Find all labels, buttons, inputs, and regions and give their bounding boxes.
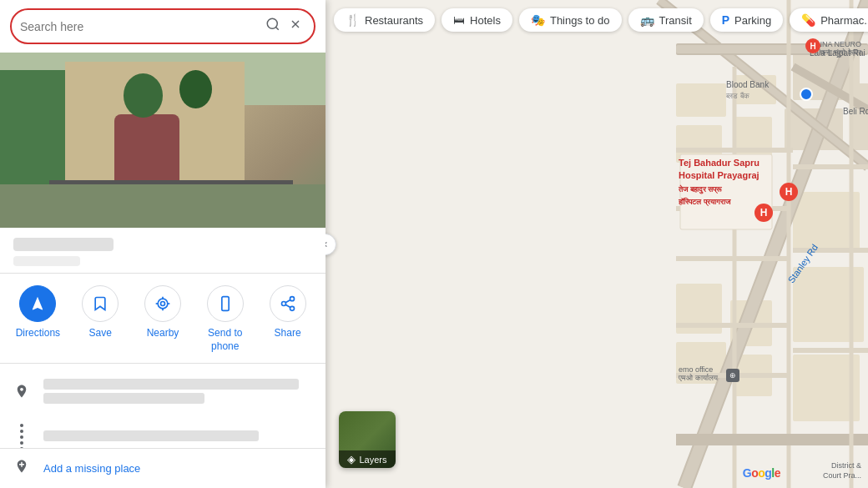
send-to-phone-label: Send to phone xyxy=(208,327,242,353)
map-panel[interactable]: Blood Bankब्लड बैंक Tej Bahadur SapruHos… xyxy=(326,0,868,488)
svg-point-5 xyxy=(158,299,168,309)
svg-rect-10 xyxy=(222,297,229,311)
street-view-image[interactable] xyxy=(0,53,326,228)
search-input[interactable] xyxy=(20,20,260,33)
map-bottom-right: District &Court Pra... xyxy=(823,460,861,481)
nearby-button[interactable]: Nearby xyxy=(138,285,188,340)
beli-rd-label: Beli Rd xyxy=(843,107,868,116)
address-text xyxy=(43,379,312,407)
hospital-marker-1: H xyxy=(780,183,798,201)
pharmacy-icon: 💊 xyxy=(801,13,815,27)
svg-line-16 xyxy=(285,299,290,302)
emo-office-label: emo officeएमओ कार्यालय xyxy=(679,365,718,383)
save-icon xyxy=(82,285,119,322)
address-bar-1 xyxy=(43,379,299,390)
share-icon xyxy=(270,285,306,322)
things-to-do-chip[interactable]: 🎭 Things to do xyxy=(519,8,622,32)
search-button[interactable] xyxy=(260,15,285,38)
emo-office-marker: ⊕ xyxy=(726,369,739,382)
share-button[interactable]: Share xyxy=(263,285,313,340)
hours-bar xyxy=(43,430,259,441)
transit-icon: 🚌 xyxy=(640,13,654,27)
nearby-icon xyxy=(144,285,181,322)
info-rows xyxy=(0,364,326,448)
things-to-do-icon: 🎭 xyxy=(531,13,545,27)
restaurants-chip[interactable]: 🍴 Restaurants xyxy=(334,8,435,32)
blood-bank-label: Blood Bankब्लड बैंक xyxy=(726,79,769,102)
restaurants-label: Restaurants xyxy=(365,14,423,27)
left-panel: Directions Save Nearby xyxy=(0,0,326,488)
hours-text xyxy=(43,430,312,445)
parking-icon: P xyxy=(722,13,729,27)
add-place-icon xyxy=(13,459,30,478)
hotels-chip[interactable]: 🛏 Hotels xyxy=(442,8,512,32)
svg-point-0 xyxy=(267,18,277,28)
filter-bar: 🍴 Restaurants 🛏 Hotels 🎭 Things to do 🚌 … xyxy=(334,8,860,32)
things-to-do-label: Things to do xyxy=(550,14,610,27)
transit-chip[interactable]: 🚌 Transit xyxy=(628,8,704,32)
layers-label: Layers xyxy=(359,455,386,465)
send-to-phone-button[interactable]: Send to phone xyxy=(200,285,250,353)
restaurants-icon: 🍴 xyxy=(346,13,360,27)
hotels-icon: 🛏 xyxy=(453,13,465,27)
svg-rect-24 xyxy=(851,83,868,150)
directions-label: Directions xyxy=(16,327,60,340)
svg-line-15 xyxy=(285,304,290,307)
hours-row[interactable] xyxy=(0,415,326,448)
place-name xyxy=(13,238,114,251)
address-bar-2 xyxy=(43,393,204,404)
hospital-label: Tej Bahadur SapruHospital Prayagrajतेज ब… xyxy=(679,157,760,209)
map-background xyxy=(326,0,868,488)
svg-point-14 xyxy=(290,306,294,310)
search-bar xyxy=(10,8,315,44)
pharmacy-chip[interactable]: 💊 Pharmac... xyxy=(790,8,868,32)
pharmacy-label: Pharmac... xyxy=(820,14,868,27)
action-buttons-row: Directions Save Nearby xyxy=(0,274,326,364)
nearby-label: Nearby xyxy=(147,327,179,340)
google-logo: Google xyxy=(743,466,780,480)
parking-label: Parking xyxy=(734,14,771,27)
send-to-phone-icon xyxy=(207,285,244,322)
directions-button[interactable]: Directions xyxy=(13,285,63,340)
hospital-marker-2: H xyxy=(754,204,773,222)
add-missing-place[interactable]: Add a missing place xyxy=(0,448,326,488)
hospital-marker-3: H xyxy=(805,38,820,53)
directions-icon xyxy=(19,285,56,322)
address-row[interactable] xyxy=(0,370,326,415)
svg-rect-49 xyxy=(676,434,868,445)
location-pin-icon xyxy=(13,384,30,403)
hotels-label: Hotels xyxy=(470,14,501,27)
svg-rect-18 xyxy=(676,83,726,117)
add-missing-label: Add a missing place xyxy=(43,462,140,475)
dots-icon xyxy=(13,424,30,448)
close-button[interactable] xyxy=(285,16,305,37)
parking-chip[interactable]: P Parking xyxy=(710,8,783,32)
svg-point-13 xyxy=(281,302,285,306)
save-label: Save xyxy=(89,327,112,340)
collapse-panel-button[interactable] xyxy=(326,234,336,255)
blood-bank-marker xyxy=(800,88,813,101)
svg-line-1 xyxy=(275,27,278,29)
place-category xyxy=(13,256,80,266)
layers-button[interactable]: ◈ Layers xyxy=(339,411,396,468)
transit-label: Transit xyxy=(659,14,692,27)
place-info xyxy=(0,228,326,274)
svg-point-12 xyxy=(290,297,294,301)
share-label: Share xyxy=(275,327,301,340)
save-button[interactable]: Save xyxy=(75,285,125,340)
svg-point-4 xyxy=(160,302,164,306)
